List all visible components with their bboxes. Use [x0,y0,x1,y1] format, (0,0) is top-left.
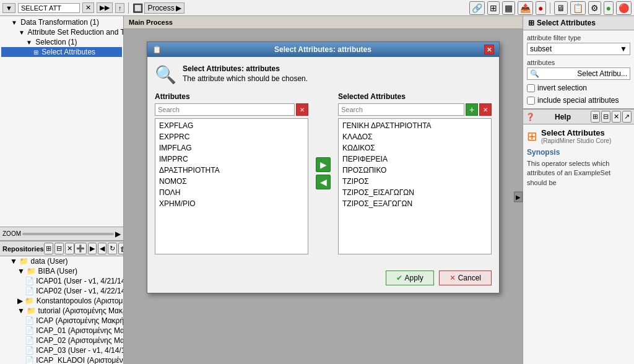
repo-btn1[interactable]: ⊞ [44,243,53,254]
sel-item-tziros-ex[interactable]: ΤΖΙΡΟΣ_ΕΞΑΓΩΓΩΝ [340,198,490,209]
dialog-footer: ✔ Apply ✕ Cancel [147,268,499,293]
filter-type-label: attribute filter type [527,34,630,41]
dialog-columns: Attributes ✕ EXPFLAG EXPPRC IMPFLAG IMPP [155,92,492,254]
dialog-intro-desc: The attribute which should be chosen. [183,74,308,83]
selected-attributes-col: Selected Attributes + ✕ ΓΕΝΙΚΗ ΔΡΑΣΤΗΡΙΟ… [338,92,492,254]
export-icon[interactable]: 📤 [518,1,533,15]
tree-item-attribute-set[interactable]: ▼ Attribute Set Reduction and Transfo... [1,27,122,37]
repo-item-biba[interactable]: ▼ 📁 BIBA (User) [0,266,123,276]
green-icon[interactable]: ● [604,1,614,15]
grid-icon[interactable]: ⊞ [487,1,500,15]
attr-item-nomos[interactable]: ΝΟΜΟΣ [157,176,306,187]
repo-item-data[interactable]: ▼ 📁 data (User) [0,256,123,266]
help-content: ⊞ Select Attributes (RapidMiner Studio C… [523,124,634,364]
sel-item-tziros[interactable]: ΤΖΙΡΟΣ [340,176,490,187]
repo-tree[interactable]: ▼ 📁 data (User) ▼ 📁 BIBA (User) 📄 ICAP01… [0,256,123,364]
attributes-list[interactable]: EXPFLAG EXPPRC IMPFLAG IMPPRC ΔΡΑΣΤΗΡΙΟΤ… [155,118,308,254]
tree-item-selection[interactable]: ▼ Selection (1) [1,37,122,47]
repo-item-icap01t[interactable]: 📄 ICAP_01 (Αριστομένης Μακρή... [0,326,123,336]
sel-item-kwdikos[interactable]: ΚΩΔΙΚΟΣ [340,142,490,154]
repo-item-icap02[interactable]: 📄 ICAP02 (User - v1, 4/22/14... [0,286,123,296]
red-icon[interactable]: ● [536,1,545,15]
sel-item-periphereia[interactable]: ΠΕΡΙΦΕΡΕΙΑ [340,154,490,165]
dialog-intro-text: Select Attributes: attributes The attrib… [183,64,308,83]
search-input[interactable] [18,3,80,13]
repo-expand[interactable]: ▶ [88,243,97,254]
move-left-button[interactable]: ◀ [316,175,331,189]
repo-delete[interactable]: 🗑 [118,243,123,254]
selected-clear-button[interactable]: ✕ [479,103,492,116]
repo-toolbar: ⊞ ⊟ ✕ [44,243,74,254]
expand-icon3: ▼ [26,39,32,46]
sel-item-tziros-eis[interactable]: ΤΖΙΡΟΣ_ΕΙΣΑΓΩΓΩΝ [340,187,490,198]
tree-item-select-attributes[interactable]: ⊞ Select Attributes [1,47,122,57]
repo-collapse[interactable]: ◀ [98,243,106,254]
repo-item-icap-kladoi[interactable]: 📄 ICAP_KLADOI (Αριστομένης Μ... [0,355,123,364]
attr-item-expflag[interactable]: EXPFLAG [157,120,306,131]
attr-item-xrhm[interactable]: ΧΡΗΜ/ΡΙΟ [157,198,306,209]
tree-item-data-transformation[interactable]: ▼ Data Transformation (1) [1,17,122,27]
selected-attributes-list[interactable]: ΓΕΝΙΚΗ ΔΡΑΣΤΗΡΙΟΤΗΤΑ ΚΛΑΔΟΣ ΚΩΔΙΚΟΣ ΠΕΡΙ… [338,118,492,254]
move-right-button[interactable]: ▶ [316,157,331,172]
attr-item-drasthriothta[interactable]: ΔΡΑΣΤΗΡΙΟΤΗΤΑ [157,165,306,176]
tree-section[interactable]: ▼ Data Transformation (1) ▼ Attribute Se… [0,16,123,227]
right-panel-content: attribute filter type subset ▼ attribute… [523,30,634,108]
attr-item-polh[interactable]: ΠΟΛΗ [157,187,306,198]
repo-item-icap[interactable]: 📄 ICAP (Αριστομένης Μακρής - v1... [0,316,123,326]
zoom-bar: ZOOM ▶ [0,227,123,240]
include-special-checkbox[interactable] [527,97,535,105]
copy-icon[interactable]: 📋 [570,1,586,15]
right-panel-icon: ⊞ [528,19,534,27]
attributes-search-input[interactable] [155,103,295,116]
zoom-slider[interactable] [22,233,114,235]
process-canvas[interactable]: Retrieve ICAP... 📊 inp out ⚠ ▶ Select At… [124,29,523,364]
select-attributes-dialog: 📋 Select Attributes: attributes ✕ 🔍 Sele… [147,41,500,293]
help-btn3[interactable]: ✕ [612,111,621,123]
table-icon[interactable]: ▦ [502,1,515,15]
attributes-clear-button[interactable]: ✕ [296,103,308,116]
process-button[interactable]: Process ▶ [144,2,184,14]
settings-icon[interactable]: ⚙ [588,1,601,15]
invert-selection-checkbox[interactable] [527,84,535,92]
repo-section: Repositories ⊞ ⊟ ✕ ➕ ▶ ◀ ↻ 🗑 ▼ 📁 data (U… [0,240,123,364]
sel-item-proswpiko[interactable]: ΠΡΟΣΩΠΙΚΟ [340,165,490,176]
repo-item-icap03[interactable]: 📄 ICAP_03 (User - v1, 4/14/14 5... [0,345,123,355]
repo-header: Repositories ⊞ ⊟ ✕ ➕ ▶ ◀ ↻ 🗑 [0,241,123,256]
link-icon[interactable]: 🔗 [469,1,485,15]
attr-item-expprc[interactable]: EXPPRC [157,131,306,142]
selected-search-input[interactable] [338,103,464,116]
repo-add[interactable]: ➕ [74,243,87,254]
nav-forward[interactable]: ▶▶ [97,2,113,13]
repo-btn3[interactable]: ✕ [65,243,74,254]
repo-item-tutorial[interactable]: ▼ 📁 tutorial (Αριστομένης Μακρής) [0,306,123,316]
attributes-row: attributes 🔍 Select Attribu... [527,59,630,80]
apply-button[interactable]: ✔ Apply [386,271,434,285]
help-btn4[interactable]: ↗ [622,111,632,123]
zoom-right-arrow[interactable]: ▶ [115,230,121,238]
dialog-close-button[interactable]: ✕ [484,45,494,54]
search-clear[interactable]: ✕ [82,2,94,13]
help-btn2[interactable]: ⊟ [601,111,610,123]
attributes-field-value[interactable]: 🔍 Select Attribu... [527,67,630,80]
right-panel-title-text: Select Attributes [537,19,596,27]
repo-item-icap01[interactable]: 📄 ICAP01 (User - v1, 4/21/14... [0,276,123,286]
help-panel: ❓ Help ⊞ ⊟ ✕ ↗ ⊞ Select Attributes (Rapi… [523,108,634,364]
process-dropdown[interactable]: ▼ [2,3,15,13]
sel-item-klados[interactable]: ΚΛΑΔΟΣ [340,131,490,142]
selected-add-button[interactable]: + [466,103,478,116]
repo-refresh[interactable]: ↻ [108,243,117,254]
help-btn1[interactable]: ⊞ [591,111,600,123]
sel-item-geniki[interactable]: ΓΕΝΙΚΗ ΔΡΑΣΤΗΡΙΟΤΗΤΑ [340,120,490,131]
help-icon[interactable]: 🖥 [554,1,568,15]
repo-item-icap02t[interactable]: 📄 ICAP_02 (Αριστομένης Μακρή... [0,336,123,345]
include-special-label: include special attributes [537,96,619,105]
help-synopsis-label: Synopsis [527,148,630,157]
filter-type-value[interactable]: subset ▼ [527,43,630,55]
red2-icon[interactable]: 🔴 [616,1,632,15]
nav-up[interactable]: ↑ [115,3,125,13]
attr-item-impprc[interactable]: IMPPRC [157,154,306,165]
cancel-button[interactable]: ✕ Cancel [439,271,492,285]
attr-item-impflag[interactable]: IMPFLAG [157,142,306,154]
repo-item-konstantopoulos[interactable]: ▶ 📁 Konstantopoulos (Αριστομέν... [0,296,123,306]
repo-btn2[interactable]: ⊟ [54,243,64,254]
